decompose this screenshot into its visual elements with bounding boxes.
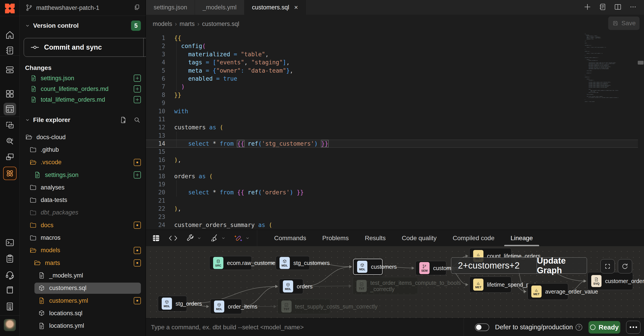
tree-item-.github[interactable]: .github bbox=[20, 143, 146, 156]
tree-item-marts[interactable]: marts bbox=[20, 257, 146, 269]
code-line[interactable]: 6 enabled = true bbox=[146, 75, 638, 83]
lineage-canvas[interactable]: SRCecom.raw_customersMDLstg_customersMDL… bbox=[146, 246, 644, 318]
code-line[interactable]: 5 meta = {"owner": "data-team"}, bbox=[146, 66, 638, 75]
lineage-node-customers_sem[interactable]: SEMcustomers bbox=[416, 261, 446, 275]
tree-item-docs-cloud[interactable]: docs-cloud bbox=[20, 131, 146, 143]
commit-and-sync-button[interactable]: Commit and sync bbox=[24, 38, 160, 57]
tree-item-macros[interactable]: macros bbox=[20, 231, 146, 244]
lineage-node-customers_mdl[interactable]: MDLcustomers bbox=[353, 259, 382, 275]
branch-row[interactable]: matthewshaver-patch-1 bbox=[20, 0, 146, 16]
code-content[interactable]: 1{{2 config(3 materialized = "table",4 t… bbox=[146, 34, 638, 229]
lineage-node-lifetime_spend_pretax[interactable]: METlifetime_spend_pretax bbox=[469, 277, 512, 293]
code-line[interactable]: 13 bbox=[146, 132, 638, 140]
panel-tab-Code quality[interactable]: Code quality bbox=[394, 230, 445, 246]
tab-action-dots[interactable] bbox=[629, 3, 637, 12]
changed-file-row[interactable]: total_lifetime_orders.md bbox=[20, 94, 146, 105]
rail-item-grid[interactable] bbox=[4, 88, 15, 99]
lineage-node-customer_order_metrics[interactable]: SVQcustomer_order_metrics bbox=[588, 272, 633, 290]
code-line[interactable]: 7 ) bbox=[146, 83, 638, 91]
rail-item-home[interactable] bbox=[4, 29, 15, 40]
code-line[interactable]: 19 bbox=[146, 180, 638, 188]
panel-tool-broom[interactable] bbox=[210, 234, 226, 243]
rail-item-search-doc[interactable] bbox=[4, 136, 15, 147]
tab-customers.sql[interactable]: customers.sql× bbox=[244, 0, 306, 15]
code-line[interactable]: 3 materialized = "table", bbox=[146, 50, 638, 58]
user-avatar[interactable] bbox=[4, 319, 16, 331]
search-icon[interactable] bbox=[133, 116, 141, 124]
lineage-node-stg_customers[interactable]: MDLstg_customers bbox=[276, 256, 310, 270]
code-editor[interactable]: models›marts›customers.sql Save 1{{2 con… bbox=[146, 15, 644, 230]
panel-tab-Results[interactable]: Results bbox=[357, 230, 394, 246]
code-line[interactable]: 16), bbox=[146, 156, 638, 164]
rail-item-windows[interactable] bbox=[4, 152, 15, 163]
breadcrumb-item[interactable]: models bbox=[153, 20, 172, 27]
lineage-node-average_order_value[interactable]: METaverage_order_value bbox=[528, 283, 568, 300]
tree-item-.vscode[interactable]: .vscode bbox=[20, 156, 146, 169]
code-line[interactable]: 11 bbox=[146, 115, 638, 123]
breadcrumb-item[interactable]: marts bbox=[180, 20, 195, 27]
minimap[interactable]: {{ config( materialized = "table", tags … bbox=[585, 33, 618, 105]
lineage-node-test_supply[interactable]: TSTtest_supply_costs_sum_correctly bbox=[278, 299, 330, 314]
panel-tab-Compiled code[interactable]: Compiled code bbox=[444, 230, 502, 246]
rail-item-book[interactable] bbox=[4, 285, 15, 295]
lineage-node-raw_customers[interactable]: SRCecom.raw_customers bbox=[209, 256, 252, 270]
code-line[interactable]: 15 bbox=[146, 148, 638, 156]
tree-item-docs[interactable]: docs bbox=[20, 219, 146, 231]
tree-item-dbt_packages[interactable]: dbt_packages bbox=[20, 206, 146, 219]
rail-item-notebook[interactable] bbox=[4, 45, 15, 56]
new-file-icon[interactable] bbox=[120, 116, 127, 124]
code-line[interactable]: 22), bbox=[146, 205, 638, 213]
command-input[interactable]: Type a command, ex. dbt build --select <… bbox=[151, 324, 304, 331]
close-tab-icon[interactable]: × bbox=[294, 3, 298, 11]
code-line[interactable]: 17 bbox=[146, 164, 638, 172]
lineage-node-orders[interactable]: MDLorders bbox=[279, 279, 303, 294]
tab-action-notebook[interactable] bbox=[598, 3, 607, 12]
code-line[interactable]: 24customer_orders_summary as ( bbox=[146, 221, 638, 229]
lineage-node-order_items[interactable]: MDLorder_items bbox=[210, 299, 242, 314]
code-line[interactable]: 21 bbox=[146, 197, 638, 205]
rail-item-headset[interactable] bbox=[4, 270, 15, 280]
tab-settings.json[interactable]: settings.json bbox=[146, 0, 195, 15]
ready-status-badge[interactable]: Ready bbox=[588, 321, 620, 334]
panel-tool-code[interactable] bbox=[168, 234, 178, 243]
rail-item-drawer[interactable] bbox=[4, 64, 15, 75]
breadcrumb-item[interactable]: customers.sql bbox=[202, 20, 240, 27]
version-control-header[interactable]: Version control 5 bbox=[24, 20, 141, 31]
rail-item-frame-dashed[interactable] bbox=[4, 120, 15, 130]
rail-item-building[interactable] bbox=[4, 301, 15, 312]
tree-item-locations.sql[interactable]: locations.sql bbox=[20, 307, 146, 320]
code-line[interactable]: 23 bbox=[146, 213, 638, 221]
changed-file-row[interactable]: count_lifetime_orders.md bbox=[20, 83, 146, 94]
panel-tab-Problems[interactable]: Problems bbox=[314, 230, 357, 246]
lineage-fullscreen-button[interactable] bbox=[600, 259, 615, 274]
code-line[interactable]: 20 select * from {{ ref('orders') }} bbox=[146, 188, 638, 196]
tab-_models.yml[interactable]: _models.yml bbox=[195, 0, 244, 15]
tree-item-analyses[interactable]: analyses bbox=[20, 181, 146, 194]
scrollbar-thumb[interactable] bbox=[638, 61, 644, 64]
rail-item-clipboard[interactable] bbox=[4, 253, 15, 264]
rail-item-atom[interactable] bbox=[3, 167, 16, 180]
save-button[interactable]: Save bbox=[608, 16, 640, 30]
tree-item-locations.yml[interactable]: locations.yml bbox=[20, 320, 146, 332]
code-line[interactable]: 1{{ bbox=[146, 34, 638, 42]
tab-action-split[interactable] bbox=[614, 3, 622, 12]
panel-tab-Commands[interactable]: Commands bbox=[266, 230, 314, 246]
update-graph-button[interactable]: Update Graph bbox=[537, 258, 587, 274]
lineage-refresh-button[interactable] bbox=[618, 259, 632, 274]
code-line[interactable]: 2 config( bbox=[146, 42, 638, 50]
code-line[interactable]: 8}} bbox=[146, 91, 638, 99]
tree-item-models[interactable]: models bbox=[20, 244, 146, 257]
changed-file-row[interactable]: settings.json bbox=[20, 73, 146, 83]
tab-action-plus[interactable] bbox=[583, 3, 592, 12]
rail-item-code-window[interactable] bbox=[4, 103, 16, 115]
panel-tab-Lineage[interactable]: Lineage bbox=[502, 230, 541, 246]
defer-toggle[interactable] bbox=[475, 324, 489, 331]
panel-tool-wrench[interactable] bbox=[185, 234, 202, 243]
code-line[interactable]: 9 bbox=[146, 99, 638, 107]
code-line[interactable]: 12customers as ( bbox=[146, 123, 638, 131]
tree-item-customers.sql[interactable]: customers.sql bbox=[20, 282, 146, 295]
tree-item-customers.yml[interactable]: customers.yml bbox=[20, 295, 146, 307]
lineage-selector-input[interactable]: 2+customers+2 bbox=[451, 258, 537, 274]
lineage-node-test_order_items[interactable]: TSTtest_order_items_compute_to_bools _co… bbox=[353, 277, 418, 295]
panel-tool-table[interactable] bbox=[152, 234, 161, 243]
